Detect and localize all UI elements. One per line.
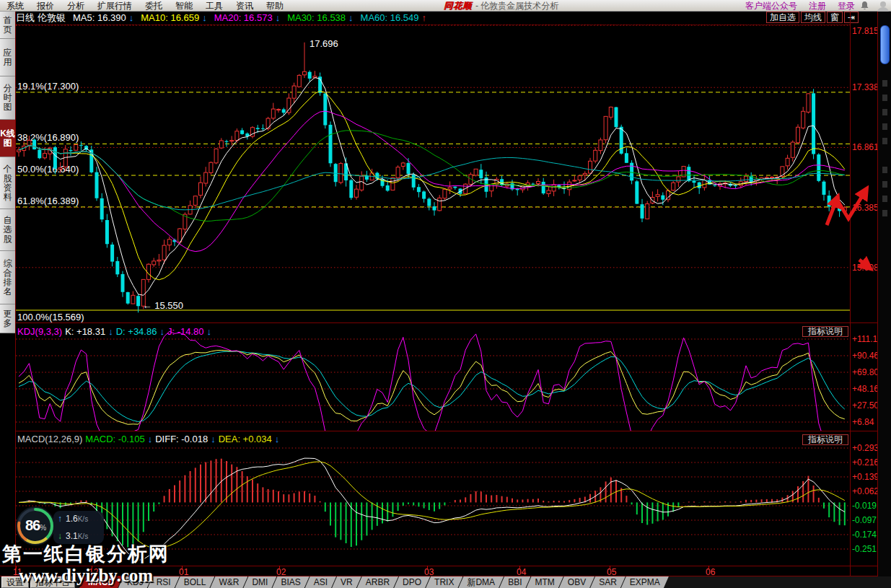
macd-value: MACD: -0.105 [85,434,144,444]
kdj-j-arrow-icon: ↓ [207,326,212,337]
collapse-panel-icon[interactable]: ⇥ [844,12,859,23]
upload-speed-row: ↑ 1.6K/s [58,514,100,524]
menu-item-扩展行情[interactable]: 扩展行情 [91,0,139,12]
menu-item-系统[interactable]: 系统 [0,0,30,12]
toolbar-mark[interactable] [882,181,887,188]
tab-ARBR[interactable]: ARBR [357,576,398,588]
svg-text:50.0%(16.640): 50.0%(16.640) [17,164,79,175]
month-label-11: 11 [13,567,22,577]
tab-SAR[interactable]: SAR [590,576,626,588]
scrollbar-thumb[interactable] [880,25,890,64]
percent-value: 86 [25,517,40,533]
trading-app-window: 系统报价分析扩展行情委托智能工具资讯帮助 同花顺 - 伦敦贵金属技术分析 客户端… [0,0,891,588]
toolbar-mark[interactable] [882,196,887,202]
kdj-chart[interactable] [16,323,850,431]
ma20-arrow-icon: ↓ [276,12,281,23]
tab-新DMA[interactable]: 新DMA [458,576,504,588]
tab-DPO[interactable]: DPO [394,576,430,588]
tab-ASI[interactable]: ASI [305,576,336,588]
link-注册[interactable]: 注册 [809,0,826,12]
download-speed-row: ↓ 3.1K/s [58,531,100,541]
ma20-value: MA20: 16.573 [214,12,273,23]
tab-BBI[interactable]: BBI [499,576,530,588]
month-label-05: 05 [607,567,616,577]
toolbar-mark[interactable] [882,109,887,115]
network-speed-widget[interactable]: ↑ 1.6K/s ↓ 3.1K/s 86% [14,505,108,551]
macd-info-button[interactable]: 指标说明 [802,434,848,445]
menu-bar-links: 客户端公众号注册登录 [745,0,855,12]
svg-text:38.2%(16.890): 38.2%(16.890) [17,132,79,143]
svg-text:61.8%(16.389): 61.8%(16.389) [17,196,79,206]
menu-item-报价[interactable]: 报价 [30,0,61,12]
toolbar-button-窗[interactable]: 窗 [827,12,843,23]
month-label-06: 06 [706,567,715,577]
tab-VR[interactable]: VR [332,576,361,588]
window-title-text: - 伦敦贵金属技术分析 [475,0,558,12]
sidebar-item-应用[interactable]: 应用 [0,39,15,76]
sidebar-item-自选股[interactable]: 自选股 [0,209,15,251]
tab-KDJ[interactable]: KDJ [118,576,152,588]
bell-icon[interactable] [860,1,869,11]
svg-text:100.0%(15.569): 100.0%(15.569) [17,312,84,322]
macd-chart[interactable] [16,431,850,566]
kdj-k-arrow-icon: ↓ [108,326,113,337]
user-icon[interactable] [877,1,890,12]
toolbar-mark[interactable] [882,95,887,101]
indicator-tab-bar: 设置指标平台MACDKDJRSIBOLLW&RDMIBIASASIVRARBRD… [0,576,891,588]
chart-toolbar: 加自选均线窗⇥ [765,12,859,23]
candlestick-chart[interactable]: 19.1%(17.300)38.2%(16.890)50.0%(16.640)6… [16,24,850,322]
toolbar-button-均线[interactable]: 均线 [801,12,825,23]
panel-divider-3 [0,566,891,566]
button-设置[interactable]: 设置 [1,576,29,588]
macd-arrow-icon: ↓ [148,434,153,444]
sidebar-item-个股资料[interactable]: 个股资料 [0,157,15,209]
tab-MTM[interactable]: MTM [526,576,563,588]
menu-item-委托[interactable]: 委托 [139,0,169,12]
sidebar-item-综合排名[interactable]: 综合排名 [0,251,15,304]
tab-DMI[interactable]: DMI [243,576,276,588]
tab-TRIX[interactable]: TRIX [426,576,462,588]
menu-item-分析[interactable]: 分析 [61,0,91,12]
menu-items: 系统报价分析扩展行情委托智能工具资讯帮助 [0,0,290,12]
menu-item-帮助[interactable]: 帮助 [260,0,290,12]
tab-EXPMA[interactable]: EXPMA [621,576,669,588]
button-指标平台[interactable]: 指标平台 [30,576,75,588]
tab-OBV[interactable]: OBV [559,576,594,588]
ma5-value: MA5: 16.390 [73,12,126,23]
chart-header: 日线伦敦银MA5: 16.390↓MA10: 16.659↓MA20: 16.5… [16,12,850,24]
toolbar-mark[interactable] [882,138,887,144]
menu-item-智能[interactable]: 智能 [169,0,199,12]
menu-bar: 系统报价分析扩展行情委托智能工具资讯帮助 同花顺 - 伦敦贵金属技术分析 客户端… [0,0,891,12]
app-logo: 同花顺 [444,0,472,12]
percent-ring: 86% [14,505,56,547]
toolbar-mark[interactable] [882,167,887,173]
ma5-arrow-icon: ↓ [129,12,134,23]
sidebar-item-K线图[interactable]: K线图 [0,120,15,157]
toolbar-mark[interactable] [882,80,887,87]
toolbar-button-加自选[interactable]: 加自选 [766,12,799,23]
sidebar-item-首页[interactable]: 首页 [0,12,15,39]
tab-W&R[interactable]: W&R [210,576,247,588]
kdj-info-button[interactable]: 指标说明 [802,326,848,337]
toolbar-mark[interactable] [882,123,887,130]
month-label-01: 01 [179,567,188,577]
menu-item-资讯[interactable]: 资讯 [229,0,260,12]
tab-BOLL[interactable]: BOLL [175,576,215,588]
tab-MACD[interactable]: MACD [79,576,123,588]
tab-BIAS[interactable]: BIAS [272,576,309,588]
link-客户端公众号[interactable]: 客户端公众号 [745,0,797,12]
link-登录[interactable]: 登录 [838,0,855,12]
month-label-04: 04 [517,567,526,577]
kdj-d-arrow-icon: ↓ [159,326,164,337]
toolbar-mark[interactable] [882,210,887,216]
month-label-02: 02 [276,567,286,577]
right-toolbar [877,12,891,576]
kdj-title: KDJ(9,3,3) [17,326,62,337]
ma10-value: MA10: 16.659 [141,12,199,23]
menu-item-工具[interactable]: 工具 [199,0,229,12]
svg-text:17.696: 17.696 [310,38,338,49]
month-label-12: 12 [89,567,98,577]
sidebar-item-分时图[interactable]: 分时图 [0,76,15,120]
tab-RSI[interactable]: RSI [148,576,180,588]
sidebar-item-更多[interactable]: 更多 [0,304,15,333]
